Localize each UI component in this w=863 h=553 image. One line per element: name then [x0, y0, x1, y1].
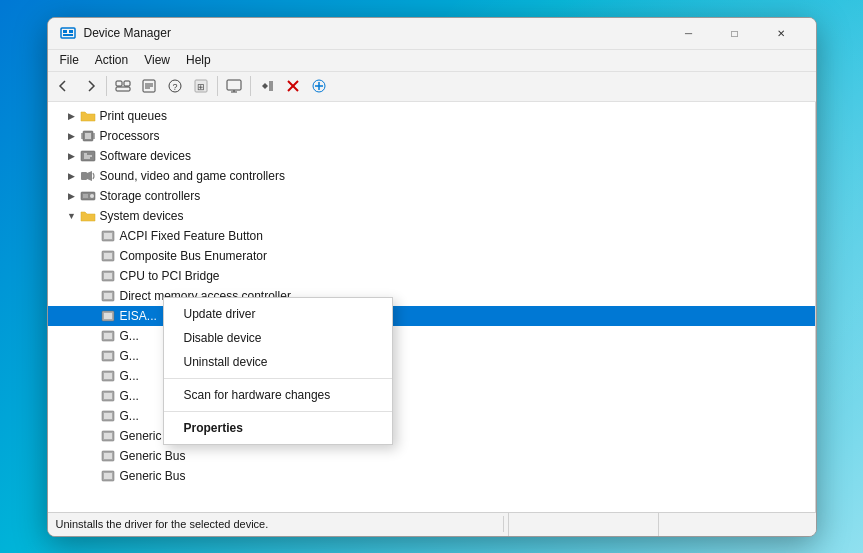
expand-software-devices[interactable]: ▶ — [64, 148, 80, 164]
statusbar-div1 — [503, 516, 504, 532]
tree-item-system-devices[interactable]: ▼ System devices — [48, 206, 815, 226]
label-sound-video: Sound, video and game controllers — [100, 169, 285, 183]
label-software-devices: Software devices — [100, 149, 191, 163]
ctx-separator-2 — [164, 411, 392, 412]
chip-icon-g2 — [100, 348, 116, 364]
software-icon — [80, 148, 96, 164]
titlebar-controls: ─ □ ✕ — [666, 17, 804, 49]
menu-file[interactable]: File — [52, 51, 87, 69]
tree-item-composite-bus[interactable]: Composite Bus Enumerator — [48, 246, 815, 266]
storage-icon — [80, 188, 96, 204]
system-folder-icon — [80, 208, 96, 224]
window-title: Device Manager — [84, 26, 666, 40]
ctx-separator-1 — [164, 378, 392, 379]
menu-action[interactable]: Action — [87, 51, 136, 69]
maximize-button[interactable]: □ — [712, 17, 758, 49]
statusbar-pane2 — [658, 513, 808, 536]
svg-rect-50 — [104, 313, 112, 319]
titlebar: Device Manager ─ □ ✕ — [48, 18, 816, 50]
chip-icon-composite — [100, 248, 116, 264]
context-menu: Update driver Disable device Uninstall d… — [163, 297, 393, 445]
menu-view[interactable]: View — [136, 51, 178, 69]
chip-icon-gbus3 — [100, 468, 116, 484]
svg-rect-62 — [104, 433, 112, 439]
expand-system-devices[interactable]: ▼ — [64, 208, 80, 224]
svg-rect-3 — [63, 34, 73, 36]
tree-item-generic-bus2[interactable]: Generic Bus — [48, 446, 815, 466]
properties-button[interactable] — [137, 74, 161, 98]
svg-point-38 — [90, 194, 94, 198]
ctx-scan-hardware[interactable]: Scan for hardware changes — [164, 383, 392, 407]
svg-rect-56 — [104, 373, 112, 379]
svg-rect-4 — [116, 81, 122, 86]
tree-item-print-queues[interactable]: ▶ Print queues — [48, 106, 815, 126]
toolbar-sep-3 — [250, 76, 251, 96]
svg-rect-42 — [104, 233, 112, 239]
expand-composite-bus — [84, 248, 100, 264]
tree-item-generic-bus3[interactable]: Generic Bus — [48, 466, 815, 486]
cpu-icon — [80, 128, 96, 144]
expand-sound-video[interactable]: ▶ — [64, 168, 80, 184]
expand-acpi — [84, 228, 100, 244]
add-button[interactable] — [307, 74, 331, 98]
chip-icon-g5 — [100, 408, 116, 424]
svg-text:⊞: ⊞ — [197, 82, 205, 92]
tree-item-acpi[interactable]: ACPI Fixed Feature Button — [48, 226, 815, 246]
statusbar-text: Uninstalls the driver for the selected d… — [56, 518, 499, 530]
tree-item-software-devices[interactable]: ▶ Software devices — [48, 146, 815, 166]
sound-icon — [80, 168, 96, 184]
label-g2: G... — [120, 349, 139, 363]
label-generic-bus2: Generic Bus — [120, 449, 186, 463]
svg-rect-64 — [104, 453, 112, 459]
help-button[interactable]: ? — [163, 74, 187, 98]
tree-item-sound-video[interactable]: ▶ Sound, video and game controllers — [48, 166, 815, 186]
show-hidden-button[interactable] — [111, 74, 135, 98]
refresh-button[interactable]: ⊞ — [189, 74, 213, 98]
svg-marker-36 — [87, 171, 92, 181]
svg-rect-46 — [104, 273, 112, 279]
device-manager-window: Device Manager ─ □ ✕ File Action View He… — [47, 17, 817, 537]
expand-eisa — [84, 308, 100, 324]
svg-rect-15 — [227, 80, 241, 90]
label-g3: G... — [120, 369, 139, 383]
svg-rect-35 — [81, 172, 87, 180]
label-composite-bus: Composite Bus Enumerator — [120, 249, 267, 263]
svg-rect-58 — [104, 393, 112, 399]
ctx-disable-device[interactable]: Disable device — [164, 326, 392, 350]
chip-icon-g4 — [100, 388, 116, 404]
label-generic-bus3: Generic Bus — [120, 469, 186, 483]
statusbar: Uninstalls the driver for the selected d… — [48, 512, 816, 536]
back-button[interactable] — [52, 74, 76, 98]
tree-item-cpu-pci[interactable]: CPU to PCI Bridge — [48, 266, 815, 286]
svg-rect-60 — [104, 413, 112, 419]
menu-help[interactable]: Help — [178, 51, 219, 69]
svg-rect-44 — [104, 253, 112, 259]
close-button[interactable]: ✕ — [758, 17, 804, 49]
remove-button[interactable] — [281, 74, 305, 98]
svg-rect-5 — [124, 81, 130, 86]
ctx-update-driver[interactable]: Update driver — [164, 302, 392, 326]
forward-button[interactable] — [78, 74, 102, 98]
tree-item-processors[interactable]: ▶ Processors — [48, 126, 815, 146]
expand-storage-controllers[interactable]: ▶ — [64, 188, 80, 204]
toolbar-sep-1 — [106, 76, 107, 96]
expand-processors[interactable]: ▶ — [64, 128, 80, 144]
expand-print-queues[interactable]: ▶ — [64, 108, 80, 124]
svg-rect-6 — [116, 87, 130, 91]
ctx-uninstall-device[interactable]: Uninstall device — [164, 350, 392, 374]
chip-icon-gbus2 — [100, 448, 116, 464]
svg-text:?: ? — [172, 82, 177, 92]
ctx-properties[interactable]: Properties — [164, 416, 392, 440]
svg-rect-48 — [104, 293, 112, 299]
toolbar: ? ⊞ — [48, 72, 816, 102]
scan-button[interactable] — [255, 74, 279, 98]
folder-icon — [80, 108, 96, 124]
tree-item-storage-controllers[interactable]: ▶ Storage controllers — [48, 186, 815, 206]
svg-rect-1 — [63, 30, 67, 33]
display-button[interactable] — [222, 74, 246, 98]
content-area: ▶ Print queues ▶ Processors ▶ — [48, 102, 816, 512]
minimize-button[interactable]: ─ — [666, 17, 712, 49]
svg-rect-24 — [85, 133, 91, 139]
label-acpi: ACPI Fixed Feature Button — [120, 229, 263, 243]
device-tree[interactable]: ▶ Print queues ▶ Processors ▶ — [48, 102, 816, 512]
